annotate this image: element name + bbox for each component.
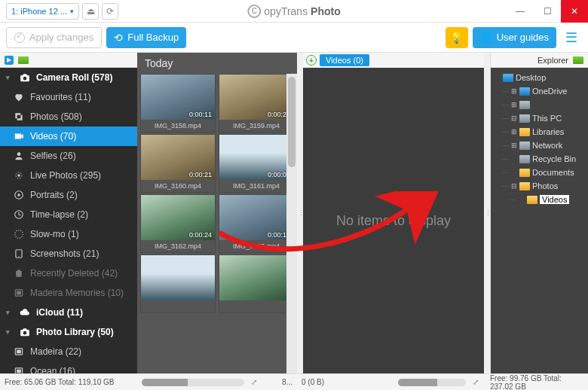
video-thumbnail[interactable]: 0:00:07IMG_3161.mp4: [219, 134, 294, 193]
play-view-icon[interactable]: ▶: [5, 56, 14, 65]
new-album-icon[interactable]: [18, 56, 29, 64]
screenshot-icon: [14, 248, 24, 259]
zoom-level: 8...: [282, 378, 292, 386]
tree-node[interactable]: ⋯⊟Photos: [492, 179, 586, 193]
menu-button[interactable]: ☰: [561, 27, 582, 48]
sidebar-item[interactable]: Madeira Memories (10): [0, 283, 137, 303]
sidebar-item[interactable]: Portraits (2): [0, 185, 137, 205]
chevron-down-icon: ▾: [70, 8, 74, 15]
sidebar-item[interactable]: Screenshots (21): [0, 244, 137, 264]
sidebar-item[interactable]: Live Photos (295): [0, 166, 137, 185]
tree-node[interactable]: ⋯Documents: [492, 166, 586, 179]
thumbnail-panel: Today 0:00:11IMG_3158.mp40:00:24IMG_3159…: [137, 53, 297, 373]
album-icon: [14, 288, 24, 298]
device-dropdown[interactable]: 1: iPhone 12 ... ▾: [6, 3, 79, 20]
minimize-button[interactable]: —: [507, 0, 534, 23]
folder-icon: [519, 114, 530, 123]
sidebar-item[interactable]: ▾iCloud (11): [0, 303, 137, 322]
add-icon[interactable]: +: [306, 55, 317, 66]
chevron-down-icon: ▾: [6, 74, 14, 81]
explorer-title: Explorer: [537, 56, 568, 65]
folder-icon: [519, 142, 530, 150]
device-storage-meter: [142, 379, 244, 386]
splitter-right[interactable]: ⋮: [484, 53, 490, 373]
tree-node[interactable]: ⋯⊞OneDrive: [492, 84, 586, 98]
drop-body[interactable]: No items to display: [303, 68, 484, 373]
tree-label: Documents: [532, 168, 574, 177]
eject-button[interactable]: ⏏: [82, 3, 99, 20]
thumb-filename: IMG_3159.mp4: [219, 120, 293, 132]
video-thumbnail[interactable]: 0:00:11IMG_3158.mp4: [140, 74, 216, 133]
sidebar-item[interactable]: Videos (70): [0, 126, 137, 146]
explorer-tree: Desktop⋯⊞OneDrive⋯⊞⋯⊟This PC⋯⊞Libraries⋯…: [491, 68, 588, 373]
sidebar-item[interactable]: ▾Camera Roll (578): [0, 68, 137, 87]
sidebar-item[interactable]: Madeira (22): [0, 342, 137, 361]
tree-label: Videos: [540, 195, 569, 204]
thumb-filename: IMG_3163.mp4: [219, 240, 293, 252]
video-thumbnail[interactable]: 0:00:21IMG_3160.mp4: [140, 134, 216, 193]
folder-icon[interactable]: [573, 56, 583, 64]
sidebar-item[interactable]: Slow-mo (1): [0, 224, 137, 244]
tree-twisty-icon[interactable]: ⊞: [510, 87, 517, 95]
window-controls: — ☐ ✕: [507, 0, 588, 23]
apply-changes-button[interactable]: Apply changes: [6, 27, 102, 48]
globe-icon: 🌐: [480, 32, 492, 43]
video-thumbnail[interactable]: [140, 254, 216, 313]
chevron-down-icon: ▾: [6, 328, 14, 336]
tree-node[interactable]: ⋯⊞: [492, 98, 586, 111]
close-button[interactable]: ✕: [561, 0, 588, 23]
full-backup-button[interactable]: ⟲ Full Backup: [106, 27, 186, 48]
tree-node[interactable]: ⋯Videos: [492, 193, 586, 206]
expand-icon[interactable]: ⤢: [249, 377, 259, 388]
sidebar-item[interactable]: Selfies (26): [0, 146, 137, 166]
main-area: ▶ ▾Camera Roll (578)Favourites (11)Photo…: [0, 53, 588, 373]
sidebar-item[interactable]: ▾Photo Library (50): [0, 322, 137, 342]
sidebar-item[interactable]: Time-lapse (2): [0, 205, 137, 224]
tree-twisty-icon[interactable]: ⊟: [510, 114, 517, 122]
video-thumbnail[interactable]: 0:00:24IMG_3159.mp4: [219, 74, 294, 133]
tree-twisty-icon[interactable]: ⊟: [510, 182, 517, 190]
sidebar-item-label: iCloud (11): [36, 307, 83, 318]
thumb-filename: IMG_3161.mp4: [219, 180, 293, 192]
sidebar-item[interactable]: Photos (508): [0, 107, 137, 126]
expand-icon[interactable]: ⤢: [470, 377, 481, 388]
drop-header: + Videos (0): [303, 53, 484, 68]
thumb-group-header: Today: [137, 53, 297, 74]
camera-icon: [20, 72, 30, 83]
tree-twisty-icon[interactable]: ⊞: [510, 142, 517, 149]
video-thumbnail[interactable]: 0:00:12IMG_3163.mp4: [219, 194, 294, 253]
tips-button[interactable]: 💡: [446, 27, 468, 48]
duration-label: 0:00:21: [189, 171, 212, 178]
tree-node[interactable]: ⋯Recycle Bin: [492, 152, 586, 166]
splitter-left[interactable]: ⋮: [297, 53, 303, 373]
thumbnail-grid: 0:00:11IMG_3158.mp40:00:24IMG_3159.mp40:…: [137, 74, 297, 373]
tree-twisty-icon[interactable]: ⊞: [510, 101, 517, 108]
maximize-button[interactable]: ☐: [534, 0, 561, 23]
tree-node[interactable]: ⋯⊟This PC: [492, 111, 586, 125]
video-thumbnail[interactable]: [219, 254, 294, 313]
device-label: 1: iPhone 12 ...: [11, 7, 67, 16]
tree-node[interactable]: Desktop: [492, 71, 586, 84]
tree-twisty-icon[interactable]: ⊞: [510, 128, 517, 136]
sidebar-mini-toolbar: ▶: [0, 53, 137, 68]
refresh-button[interactable]: ⟳: [102, 3, 118, 20]
title-bar: 1: iPhone 12 ... ▾ ⏏ ⟳ C opyTrans Photo …: [0, 0, 588, 23]
tree-node[interactable]: ⋯⊞Network: [492, 139, 586, 152]
drop-folder-pill[interactable]: Videos (0): [320, 54, 369, 66]
thumb-scrollbar[interactable]: [286, 74, 297, 373]
pc-storage-meter: [398, 379, 466, 386]
portrait-icon: [14, 190, 24, 200]
tree-label: Libraries: [532, 127, 564, 136]
sidebar-item-label: Recently Deleted (42): [30, 268, 118, 279]
sidebar-item-label: Portraits (2): [30, 190, 78, 200]
sidebar-item[interactable]: Ocean (16): [0, 361, 137, 373]
folder-icon: [503, 74, 513, 82]
tree-label: This PC: [532, 114, 562, 123]
tree-node[interactable]: ⋯⊞Libraries: [492, 125, 586, 139]
video-thumbnail[interactable]: 0:00:24IMG_3162.mp4: [140, 194, 216, 253]
sidebar-item-label: Selfies (26): [30, 151, 76, 161]
user-guides-button[interactable]: 🌐 User guides: [473, 27, 556, 48]
sidebar-item[interactable]: Recently Deleted (42): [0, 264, 137, 283]
sidebar-item-label: Madeira (22): [30, 346, 81, 357]
sidebar-item[interactable]: Favourites (11): [0, 87, 137, 107]
